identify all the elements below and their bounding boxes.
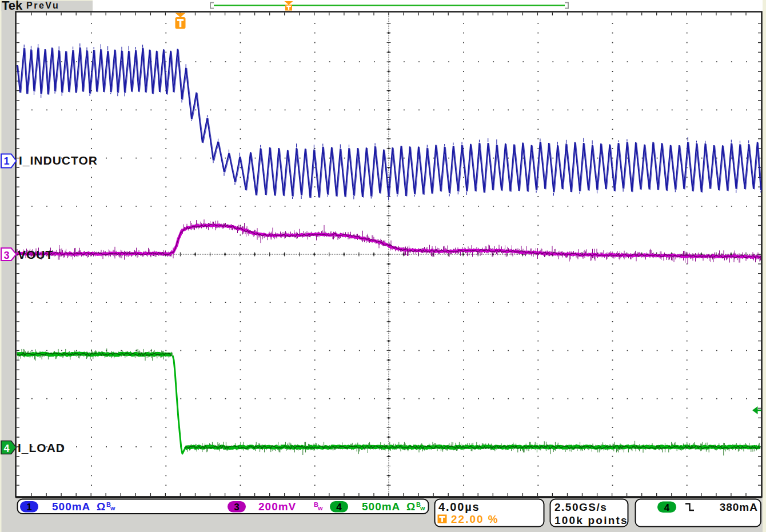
svg-text:W: W	[420, 506, 425, 511]
svg-text:VOUT: VOUT	[18, 248, 53, 261]
svg-text:4.00µs: 4.00µs	[438, 501, 480, 513]
svg-text:PreVu: PreVu	[26, 1, 59, 10]
svg-text:I_LOAD: I_LOAD	[18, 441, 65, 454]
svg-text:I_INDUCTOR: I_INDUCTOR	[19, 154, 98, 167]
svg-text:4: 4	[664, 502, 670, 513]
svg-text:1: 1	[26, 502, 31, 513]
svg-text:4: 4	[3, 443, 9, 454]
svg-text:W: W	[318, 506, 323, 511]
svg-text:W: W	[110, 506, 115, 511]
svg-text:380mA: 380mA	[720, 501, 758, 513]
svg-text:Ω: Ω	[97, 501, 105, 513]
svg-text:500mA: 500mA	[362, 501, 400, 513]
svg-text:22.00 %: 22.00 %	[451, 513, 499, 525]
svg-text:Ω: Ω	[406, 501, 415, 513]
svg-text:1: 1	[3, 155, 9, 167]
svg-text:3: 3	[3, 250, 9, 261]
svg-text:3: 3	[234, 502, 239, 513]
svg-text:200mV: 200mV	[258, 501, 296, 513]
svg-text:500mA: 500mA	[52, 501, 90, 513]
svg-text:Tek: Tek	[2, 0, 23, 13]
svg-text:100k points: 100k points	[554, 514, 628, 526]
svg-text:4: 4	[336, 502, 342, 513]
svg-text:2.50GS/s: 2.50GS/s	[554, 501, 607, 513]
